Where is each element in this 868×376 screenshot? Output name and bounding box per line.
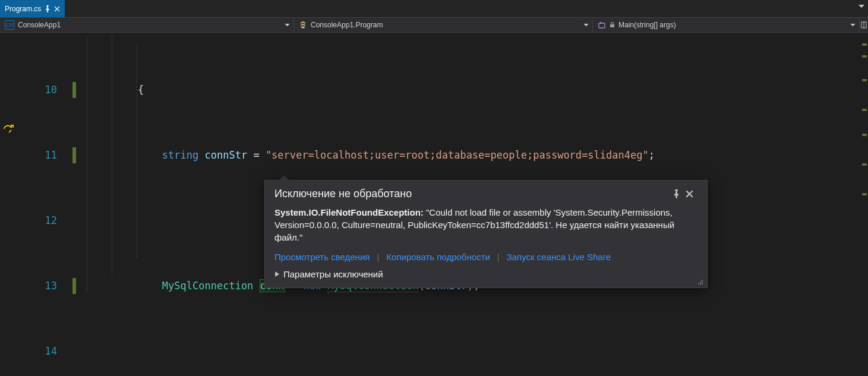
pin-icon[interactable] <box>45 5 50 12</box>
chevron-down-icon[interactable] <box>285 24 290 27</box>
nav-method[interactable]: Main(string[] args) <box>593 18 860 32</box>
chevron-down-icon[interactable] <box>850 24 856 27</box>
line-number: 10 <box>0 82 62 99</box>
tab-label: Program.cs <box>5 5 41 13</box>
exception-title: Исключение не обработано <box>274 188 673 200</box>
class-icon <box>299 21 307 29</box>
svg-rect-1 <box>600 22 601 24</box>
pin-icon[interactable] <box>673 189 686 198</box>
exception-type: System.IO.FileNotFoundException: <box>274 207 424 217</box>
separator: | <box>377 252 379 262</box>
svg-rect-2 <box>610 24 614 27</box>
resize-grip-icon[interactable] <box>696 278 703 285</box>
svg-point-10 <box>702 280 703 281</box>
svg-rect-0 <box>599 23 605 28</box>
nav-method-label: Main(string[] args) <box>618 21 676 29</box>
csharp-project-icon: C# <box>5 20 14 30</box>
line-number: 13 <box>0 278 62 295</box>
exception-message: System.IO.FileNotFoundException: "Could … <box>265 204 707 249</box>
line-number: 12 <box>0 213 62 229</box>
svg-point-8 <box>698 283 699 285</box>
exception-popup: Исключение не обработано System.IO.FileN… <box>264 180 708 288</box>
tab-program-cs[interactable]: Program.cs <box>0 0 65 17</box>
lock-icon <box>610 22 615 28</box>
nav-class[interactable]: ConsoleApp1.Program <box>294 18 593 32</box>
tab-strip: Program.cs <box>0 0 868 17</box>
view-details-link[interactable]: Просмотреть сведения <box>274 252 370 262</box>
code-line: { <box>88 82 144 99</box>
expand-icon[interactable] <box>274 271 280 277</box>
svg-point-5 <box>702 283 703 285</box>
line-number: 11 <box>0 147 62 164</box>
tabstrip-dropdown-icon[interactable] <box>858 5 864 8</box>
svg-point-9 <box>700 282 701 283</box>
close-icon[interactable] <box>54 6 60 12</box>
separator: | <box>497 252 500 262</box>
start-liveshare-link[interactable]: Запуск сеанса Live Share <box>507 252 611 262</box>
chevron-down-icon[interactable] <box>583 24 589 27</box>
nav-project[interactable]: C# ConsoleApp1 <box>0 18 294 32</box>
popup-pointer <box>278 175 290 181</box>
nav-split-icon[interactable] <box>860 18 868 32</box>
close-icon[interactable] <box>686 190 699 198</box>
nav-class-label: ConsoleApp1.Program <box>311 21 383 29</box>
exception-settings-link[interactable]: Параметры исключений <box>283 269 383 279</box>
method-icon <box>598 21 606 29</box>
breadcrumb-bar: C# ConsoleApp1 ConsoleApp1.Program Main(… <box>0 17 868 33</box>
exception-actions: Просмотреть сведения | Копировать подроб… <box>265 249 707 268</box>
svg-point-7 <box>702 282 703 283</box>
copy-details-link[interactable]: Копировать подробности <box>386 252 490 262</box>
overview-ruler[interactable] <box>861 33 868 376</box>
nav-project-label: ConsoleApp1 <box>18 21 61 29</box>
line-number: 14 <box>0 343 62 360</box>
code-line: string connStr = "server=localhost;user=… <box>88 147 655 164</box>
code-editor[interactable]: 10 { 11 string connStr = "server=localho… <box>0 33 868 376</box>
svg-point-6 <box>700 283 701 285</box>
